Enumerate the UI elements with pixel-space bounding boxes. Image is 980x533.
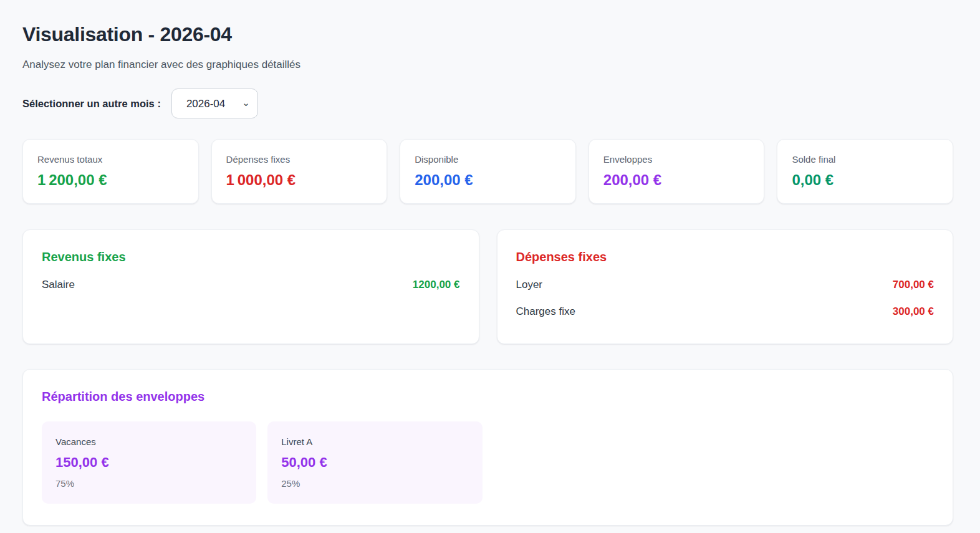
card-value: 0,00 € [792, 171, 938, 190]
envelope-value: 50,00 € [281, 453, 468, 472]
month-selector-row: Sélectionner un autre mois : 2026-04 ⌄ [22, 89, 953, 118]
summary-card-enveloppes: Enveloppes 200,00 € [588, 139, 765, 204]
month-select[interactable]: 2026-04 [171, 89, 258, 118]
visualisation-page: Visualisation - 2026-04 Analysez votre p… [0, 0, 980, 526]
summary-card-solde-final: Solde final 0,00 € [777, 139, 953, 204]
expense-row: Charges fixe 300,00 € [516, 304, 934, 319]
card-value: 1 200,00 € [37, 171, 184, 190]
income-row-value: 1200,00 € [413, 277, 460, 292]
fixed-income-panel: Revenus fixes Salaire 1200,00 € [22, 229, 479, 344]
fixed-expenses-rows: Loyer 700,00 € Charges fixe 300,00 € [516, 277, 934, 319]
card-value: 200,00 € [603, 171, 750, 190]
envelope-name: Livret A [281, 435, 468, 448]
fixed-expenses-panel: Dépenses fixes Loyer 700,00 € Charges fi… [497, 229, 954, 344]
envelope-card-vacances: Vacances 150,00 € 75% [42, 421, 256, 504]
summary-card-revenus-totaux: Revenus totaux 1 200,00 € [22, 139, 199, 204]
expense-row-label: Charges fixe [516, 304, 575, 319]
envelope-percent: 25% [281, 477, 468, 490]
card-label: Enveloppes [603, 153, 750, 166]
page-subtitle: Analysez votre plan financier avec des g… [22, 57, 953, 72]
card-label: Disponible [415, 153, 561, 166]
page-title: Visualisation - 2026-04 [22, 22, 953, 46]
expense-row-value: 300,00 € [893, 304, 934, 319]
month-selector-label: Sélectionner un autre mois : [22, 98, 161, 110]
income-row: Salaire 1200,00 € [42, 277, 460, 292]
envelope-percent: 75% [55, 477, 243, 490]
summary-cards-row: Revenus totaux 1 200,00 € Dépenses fixes… [22, 139, 953, 204]
card-label: Revenus totaux [37, 153, 184, 166]
expense-row: Loyer 700,00 € [516, 277, 934, 292]
card-label: Solde final [792, 153, 938, 166]
card-label: Dépenses fixes [226, 153, 373, 166]
summary-card-disponible: Disponible 200,00 € [400, 139, 576, 204]
envelope-name: Vacances [55, 435, 243, 448]
detail-panels-row: Revenus fixes Salaire 1200,00 € Dépenses… [22, 229, 953, 344]
expense-row-value: 700,00 € [893, 277, 934, 292]
envelopes-grid: Vacances 150,00 € 75% Livret A 50,00 € 2… [42, 421, 934, 504]
envelope-value: 150,00 € [55, 453, 243, 472]
fixed-expenses-panel-title: Dépenses fixes [516, 249, 934, 266]
fixed-income-panel-title: Revenus fixes [42, 249, 460, 266]
summary-card-depenses-fixes: Dépenses fixes 1 000,00 € [211, 139, 388, 204]
fixed-income-rows: Salaire 1200,00 € [42, 277, 460, 292]
income-row-label: Salaire [42, 277, 75, 292]
envelope-card-livret-a: Livret A 50,00 € 25% [267, 421, 482, 504]
month-select-wrap: 2026-04 ⌄ [171, 89, 258, 118]
envelopes-panel-title: Répartition des enveloppes [42, 388, 934, 405]
expense-row-label: Loyer [516, 277, 543, 292]
card-value: 1 000,00 € [226, 171, 373, 190]
card-value: 200,00 € [415, 171, 561, 190]
envelopes-panel: Répartition des enveloppes Vacances 150,… [22, 369, 953, 526]
